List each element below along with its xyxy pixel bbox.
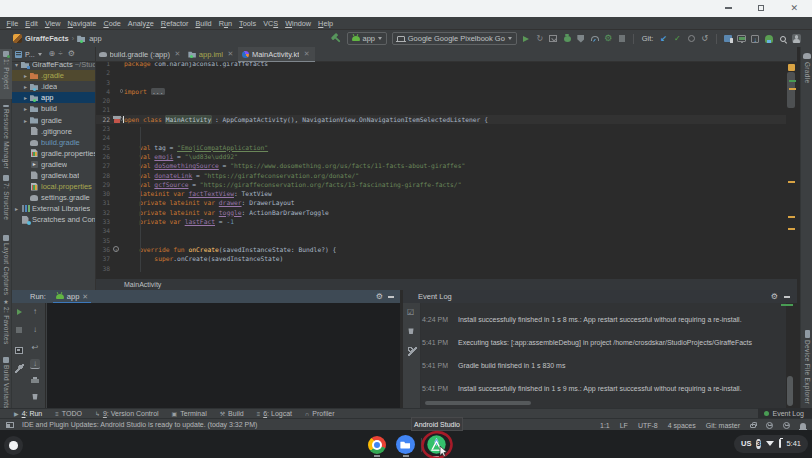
status-message[interactable]: IDE and Plugin Updates: Android Studio i… [22, 421, 257, 428]
tool-window-button[interactable]: Profiler [305, 410, 335, 417]
editor-tab[interactable]: MainActivity.kt ✕ [238, 47, 314, 61]
avd-manager-icon[interactable] [737, 35, 746, 42]
tree-row[interactable]: gradle [12, 114, 95, 125]
gutter-icon[interactable] [113, 97, 121, 104]
attach-debugger-icon[interactable] [577, 35, 584, 43]
event-log-entry[interactable]: 5:41 PM Gradle build finished in 1 s 830… [421, 362, 786, 385]
gutter-icon[interactable] [113, 69, 121, 76]
warning-stripe-mark[interactable] [788, 228, 795, 230]
tree-row[interactable]: .gradle [12, 70, 95, 81]
tool-window-switcher-icon[interactable] [6, 422, 14, 428]
down-stack-trace-icon[interactable]: ↓ [30, 325, 40, 335]
menu-item[interactable]: File [3, 19, 22, 28]
gutter-icon[interactable] [113, 62, 121, 67]
up-stack-trace-icon[interactable]: ↑ [30, 307, 40, 317]
menu-item[interactable]: Window [282, 19, 315, 28]
line-separator[interactable]: LF [620, 422, 628, 429]
gutter-icon[interactable] [113, 199, 121, 206]
feedback-smiley-icon[interactable] [766, 422, 773, 429]
git-rollback-icon[interactable]: ↺ [700, 34, 709, 43]
indent-setting[interactable]: 4 spaces [668, 422, 696, 429]
run-tab-app[interactable]: app ✕ [53, 290, 91, 303]
menu-item[interactable]: Run [215, 19, 235, 28]
gutter-icon[interactable] [113, 162, 121, 169]
menu-item[interactable]: Analyze [124, 19, 157, 28]
tool-window-button[interactable]: TODO [55, 410, 82, 417]
tree-expander-icon[interactable] [23, 117, 28, 124]
scroll-to-end-icon[interactable]: ↓ [30, 359, 40, 369]
tree-expander-icon[interactable] [23, 83, 28, 90]
sdk-manager-icon[interactable] [751, 35, 759, 43]
warning-stripe-mark[interactable] [788, 181, 795, 183]
minimize-panel-icon[interactable] [388, 296, 394, 298]
gutter-icon[interactable] [113, 255, 121, 262]
gutter-icon[interactable] [113, 181, 121, 188]
event-log-entry[interactable]: 5:41 PM Executing tasks: [:app:assembleD… [421, 339, 786, 362]
tree-row[interactable]: .gitignore [12, 126, 95, 137]
tree-expander-icon[interactable] [23, 105, 28, 112]
tree-row[interactable]: gradle.properties [12, 148, 95, 159]
search-everywhere-icon[interactable] [780, 36, 786, 42]
close-tab-icon[interactable]: ✕ [174, 50, 180, 58]
tree-row[interactable]: gradlew [12, 159, 95, 170]
close-tab-icon[interactable]: ✕ [228, 50, 234, 58]
tool-window-button[interactable]: Build [220, 410, 244, 417]
menu-item[interactable]: Refactor [157, 19, 192, 28]
git-branch[interactable]: Git: master [706, 422, 740, 429]
scrollbar-thumb[interactable] [787, 72, 795, 108]
menu-item[interactable]: Build [192, 19, 215, 28]
run-console[interactable] [47, 303, 400, 408]
device-manager-icon[interactable] [724, 35, 732, 42]
profile-avatar-icon[interactable] [792, 34, 801, 43]
tree-row[interactable]: local.properties [12, 181, 95, 192]
print-icon[interactable] [31, 377, 39, 384]
apply-changes-icon[interactable]: ↻ [535, 34, 544, 43]
gutter-icon[interactable] [113, 172, 121, 179]
tree-row[interactable]: build [12, 103, 95, 114]
stop-icon[interactable] [16, 327, 22, 333]
settings-gear-icon[interactable]: ⚙ [68, 50, 75, 58]
feedback-frown-icon[interactable] [783, 422, 790, 429]
gutter-icon[interactable] [113, 265, 121, 272]
tool-button-structure[interactable]: 7: Structure [0, 173, 12, 229]
event-log-entry[interactable]: 4:24 PM Install successfully finished in… [421, 316, 786, 339]
attach-debugger-to-process-icon[interactable] [765, 35, 773, 43]
menu-item[interactable]: Tools [236, 19, 260, 28]
tree-row[interactable]: build.gradle [12, 137, 95, 148]
event-log-content[interactable]: 4:24 PM Install successfully finished in… [421, 303, 786, 408]
readonly-lock-icon[interactable] [750, 424, 756, 429]
editor-tab[interactable]: build.gradle (:app) ✕ [96, 47, 185, 61]
git-update-icon[interactable]: ↙ [659, 34, 668, 43]
run-configuration-select[interactable]: app [347, 32, 388, 45]
tool-button-project[interactable]: 1: Project [0, 49, 12, 99]
run-icon[interactable] [523, 36, 529, 42]
gutter-icon[interactable] [113, 125, 121, 132]
menu-item[interactable]: View [41, 19, 64, 28]
window-maximize-icon[interactable] [758, 5, 764, 11]
tree-row[interactable]: app [12, 92, 95, 103]
launcher-button[interactable] [4, 436, 23, 455]
soft-wrap-icon[interactable]: ↩ [30, 343, 40, 353]
stop-icon[interactable] [619, 35, 626, 42]
minimize-panel-icon[interactable] [784, 296, 790, 298]
tree-row[interactable]: Scratches and Consoles [12, 214, 95, 225]
notifications-bell-icon[interactable] [800, 423, 806, 429]
clear-all-icon[interactable] [32, 393, 38, 400]
editor-tab[interactable]: app.iml ✕ [185, 47, 238, 61]
tool-button-layout-captures[interactable]: Layout Captures [0, 233, 12, 295]
tool-window-button[interactable]: 6: Logcat [257, 410, 292, 417]
tool-button-build-variants[interactable]: Build Variants [0, 355, 12, 409]
tree-row[interactable]: settings.gradle [12, 192, 95, 203]
tree-expander-icon[interactable] [23, 72, 28, 79]
event-log-vertical-scrollbar[interactable] [786, 303, 794, 408]
clear-all-icon[interactable] [408, 327, 414, 334]
gutter-icon[interactable] [113, 144, 121, 151]
system-tray[interactable]: US 3 5:41 [734, 435, 808, 453]
gutter-icon[interactable] [113, 237, 121, 244]
menu-item[interactable]: Help [315, 19, 337, 28]
keyboard-layout-badge[interactable]: US [741, 439, 751, 448]
project-view-selector[interactable]: P... [25, 51, 35, 58]
fold-marker-icon[interactable] [120, 89, 124, 93]
settings-gear-icon[interactable]: ⚙ [771, 293, 778, 301]
tool-window-button[interactable]: 4: Run [14, 410, 42, 417]
